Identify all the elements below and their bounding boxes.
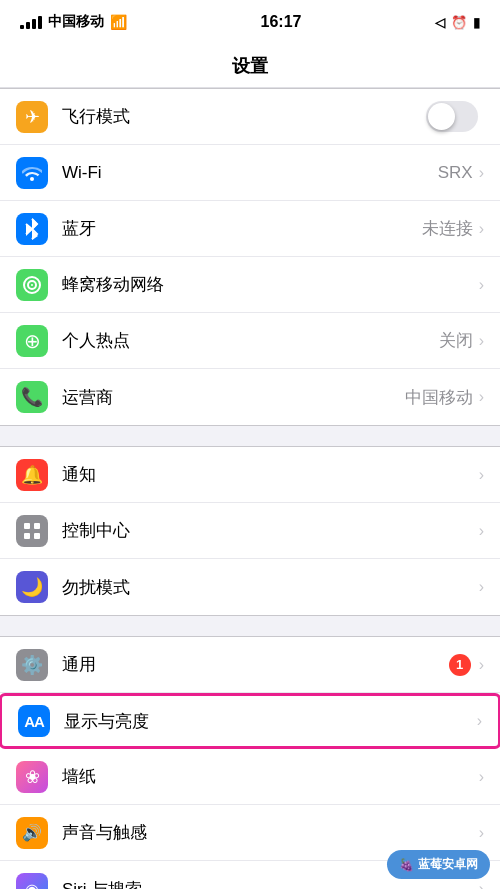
sounds-label: 声音与触感 [62, 821, 479, 844]
wallpaper-chevron: › [479, 768, 484, 786]
svg-rect-6 [34, 533, 40, 539]
airplane-row[interactable]: ✈ 飞行模式 [0, 89, 500, 145]
general-badge: 1 [449, 654, 471, 676]
wifi-icon [16, 157, 48, 189]
system-section: 🔔 通知 › 控制中心 › 🌙 勿扰模式 › [0, 446, 500, 616]
display-row[interactable]: AA 显示与亮度 › [0, 693, 500, 749]
control-center-icon [16, 515, 48, 547]
nav-bar: 设置 [0, 44, 500, 88]
general-icon: ⚙️ [16, 649, 48, 681]
carrier-label: 运营商 [62, 386, 405, 409]
hotspot-value: 关闭 [439, 329, 473, 352]
notifications-chevron: › [479, 466, 484, 484]
display-label: 显示与亮度 [64, 710, 477, 733]
cellular-label: 蜂窝移动网络 [62, 273, 479, 296]
sounds-chevron: › [479, 824, 484, 842]
display-chevron: › [477, 712, 482, 730]
status-left: 中国移动 📶 [20, 13, 127, 31]
hotspot-chevron: › [479, 332, 484, 350]
carrier-chevron: › [479, 388, 484, 406]
watermark-icon: 🍇 [399, 858, 414, 872]
wallpaper-label: 墙纸 [62, 765, 479, 788]
general-row[interactable]: ⚙️ 通用 1 › [0, 637, 500, 693]
watermark: 🍇 蓝莓安卓网 [387, 850, 490, 879]
svg-rect-3 [24, 523, 30, 529]
carrier-row[interactable]: 📞 运营商 中国移动 › [0, 369, 500, 425]
cellular-row[interactable]: 蜂窝移动网络 › [0, 257, 500, 313]
carrier-icon: 📞 [16, 381, 48, 413]
carrier-value: 中国移动 [405, 386, 473, 409]
siri-icon: ◉ [16, 873, 48, 889]
bluetooth-label: 蓝牙 [62, 217, 422, 240]
page-title: 设置 [232, 54, 268, 78]
control-center-row[interactable]: 控制中心 › [0, 503, 500, 559]
carrier-label: 中国移动 [48, 13, 104, 31]
airplane-icon: ✈ [16, 101, 48, 133]
wifi-label: Wi-Fi [62, 163, 438, 183]
status-bar: 中国移动 📶 16:17 ◁ ⏰ ▮ [0, 0, 500, 44]
sounds-icon: 🔊 [16, 817, 48, 849]
svg-rect-4 [34, 523, 40, 529]
bluetooth-value: 未连接 [422, 217, 473, 240]
svg-rect-5 [24, 533, 30, 539]
general-chevron: › [479, 656, 484, 674]
wifi-value: SRX [438, 163, 473, 183]
battery-icon: ▮ [473, 15, 480, 30]
wifi-chevron: › [479, 164, 484, 182]
siri-label: Siri 与搜索 [62, 878, 479, 890]
hotspot-icon: ⊕ [16, 325, 48, 357]
display-icon: AA [18, 705, 50, 737]
wallpaper-icon: ❀ [16, 761, 48, 793]
bluetooth-icon [16, 213, 48, 245]
dnd-chevron: › [479, 578, 484, 596]
dnd-label: 勿扰模式 [62, 576, 479, 599]
notifications-row[interactable]: 🔔 通知 › [0, 447, 500, 503]
wifi-icon: 📶 [110, 14, 127, 30]
hotspot-label: 个人热点 [62, 329, 439, 352]
general-label: 通用 [62, 653, 449, 676]
network-section: ✈ 飞行模式 Wi-Fi SRX › [0, 88, 500, 426]
cellular-icon [16, 269, 48, 301]
watermark-text: 蓝莓安卓网 [418, 856, 478, 873]
location-icon: ◁ [435, 15, 445, 30]
control-center-chevron: › [479, 522, 484, 540]
airplane-label: 飞行模式 [62, 105, 426, 128]
hotspot-row[interactable]: ⊕ 个人热点 关闭 › [0, 313, 500, 369]
settings-list: ✈ 飞行模式 Wi-Fi SRX › [0, 88, 500, 889]
wallpaper-row[interactable]: ❀ 墙纸 › [0, 749, 500, 805]
svg-point-2 [31, 284, 33, 286]
airplane-toggle[interactable] [426, 101, 478, 132]
signal-icon [20, 16, 42, 29]
wifi-row[interactable]: Wi-Fi SRX › [0, 145, 500, 201]
cellular-chevron: › [479, 276, 484, 294]
status-time: 16:17 [261, 13, 302, 31]
notifications-label: 通知 [62, 463, 479, 486]
alarm-icon: ⏰ [451, 15, 467, 30]
control-center-label: 控制中心 [62, 519, 479, 542]
notifications-icon: 🔔 [16, 459, 48, 491]
dnd-row[interactable]: 🌙 勿扰模式 › [0, 559, 500, 615]
bluetooth-chevron: › [479, 220, 484, 238]
siri-chevron: › [479, 880, 484, 889]
status-right: ◁ ⏰ ▮ [435, 15, 480, 30]
bluetooth-row[interactable]: 蓝牙 未连接 › [0, 201, 500, 257]
dnd-icon: 🌙 [16, 571, 48, 603]
